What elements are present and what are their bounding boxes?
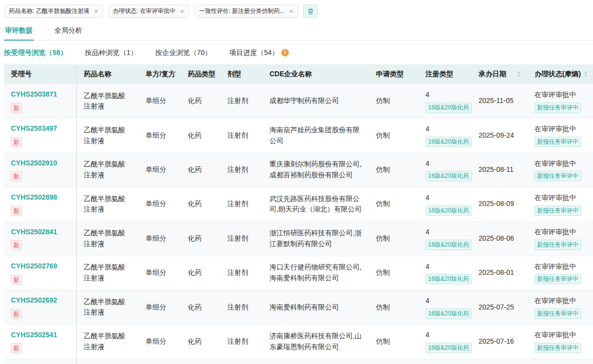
acceptance-no-link[interactable]: CYHS2502898 <box>11 192 69 203</box>
status-cell: 在审评审批中 新报任务审评中 <box>528 256 593 290</box>
filter-tag-label: 一致性评价: 新注册分类仿制药... <box>199 7 285 15</box>
registration-type-value: 4 <box>426 158 465 169</box>
new-badge: 新 <box>11 137 22 147</box>
status-badge: 新报任务审评中 <box>535 240 581 250</box>
sort-desc-icon[interactable]: ▼ <box>517 74 521 78</box>
subnav-by-acceptance-no[interactable]: 按受理号浏览（58） <box>4 48 67 57</box>
status-text: 在审评审批中 <box>535 227 586 238</box>
cde-company-cell: 武汉先路医药科技股份有限公司,朗天药业（湖北）有限公司 <box>263 187 369 221</box>
cde-company-cell: 济南康桥医药科技有限公司,山东豪瑞恩制药有限公司 <box>263 325 369 359</box>
registration-type-cell: 4 16版&20版化药 <box>419 153 472 187</box>
status-text: 在审评审批中 <box>535 193 586 204</box>
application-type-cell: 仿制 <box>369 187 419 221</box>
filter-tag-label: 药品名称: 乙酰半胱氨酸注射液 <box>9 7 90 15</box>
drug-type-cell: 化药 <box>181 118 220 153</box>
application-type-cell: 仿制 <box>369 325 419 359</box>
registration-type-badge: 16版&20版化药 <box>426 274 472 284</box>
main-tabs: 审评数据 全局分析 <box>0 21 593 41</box>
drug-type-cell: 化药 <box>181 187 220 221</box>
col-header-acceptance-no: 受理号 <box>4 64 77 84</box>
table-row: CYHS2502898 新 乙酰半胱氨酸注射液 单组分 化药 注射剂 武汉先路医… <box>4 187 593 221</box>
new-badge: 新 <box>11 206 22 216</box>
tab-review-data[interactable]: 审评数据 <box>4 21 34 40</box>
cde-company-cell: 四川天杏汇医药科技有限公司,成都天台山制药股份有限公司 <box>263 359 369 364</box>
clear-filters-button[interactable] <box>303 4 318 18</box>
close-icon[interactable]: × <box>94 8 98 15</box>
drug-type-cell: 化药 <box>181 359 220 364</box>
subnav-by-variety[interactable]: 按品种浏览（1） <box>85 48 138 57</box>
status-badge: 新报任务审评中 <box>535 103 581 113</box>
sort-icon[interactable]: ▲ ▼ <box>584 71 588 78</box>
cde-company-cell: 重庆康刻尔制药股份有限公司,成都百裕制药股份有限公司 <box>263 153 369 187</box>
registration-type-badge: 16版&20版化药 <box>426 309 472 319</box>
subnav-project-progress-label: 项目进度（54） <box>229 48 279 57</box>
sort-icon[interactable]: ▲ ▼ <box>517 71 521 78</box>
subnav-by-company[interactable]: 按企业浏览（70） <box>155 48 212 57</box>
application-type-cell: 仿制 <box>369 359 419 364</box>
info-icon[interactable]: i <box>281 49 289 56</box>
status-text: 在审评审批中 <box>535 158 586 169</box>
drug-name-cell: 乙酰半胱氨酸注射液 <box>77 84 139 118</box>
close-icon[interactable]: × <box>289 8 293 15</box>
col-header-status[interactable]: 办理状态(摩熵) ▲ ▼ <box>528 64 593 84</box>
status-badge: 新报任务审评中 <box>535 137 581 147</box>
close-icon[interactable]: × <box>180 8 184 15</box>
status-cell: 在审评审批中 新报任务审评中 <box>528 153 593 187</box>
acceptance-no-link[interactable]: CYHS2502769 <box>11 261 69 272</box>
status-cell: 在审评审批中 新报任务审评中 <box>528 290 593 324</box>
filter-tag: 一致性评价: 新注册分类仿制药... × <box>194 4 298 18</box>
drug-name-cell: 乙酰半胱氨酸注射液 <box>77 153 139 187</box>
col-header-handling-date[interactable]: 承办日期 ▲ ▼ <box>472 64 528 84</box>
review-data-table: 受理号 药品名称 单方/复方 药品类型 剂型 CDE企业名称 申请类型 注册类型… <box>4 64 593 364</box>
col-header-application-type: 申请类型 <box>369 64 419 84</box>
drug-name-cell: 乙酰半胱氨酸注射液 <box>77 256 139 290</box>
registration-type-value: 4 <box>426 90 465 101</box>
application-type-cell: 仿制 <box>369 118 419 153</box>
registration-type-value: 4 <box>426 261 465 272</box>
mono-compound-cell: 单组分 <box>139 84 181 118</box>
trash-icon <box>307 8 314 15</box>
acceptance-no-link[interactable]: CYHS2502910 <box>11 158 69 169</box>
mono-compound-cell: 单组分 <box>139 118 181 153</box>
registration-type-cell: 4 16版&20版化药 <box>419 84 472 118</box>
handling-date-cell: 2025-07-25 <box>472 290 528 324</box>
application-type-cell: 仿制 <box>369 153 419 187</box>
mono-compound-cell: 单组分 <box>139 153 181 187</box>
filter-tag-label: 办理状态: 在审评审批中 <box>113 7 176 15</box>
drug-type-cell: 化药 <box>181 290 220 324</box>
table-header: 受理号 药品名称 单方/复方 药品类型 剂型 CDE企业名称 申请类型 注册类型… <box>4 64 593 84</box>
mono-compound-cell: 单组分 <box>139 359 181 364</box>
handling-date-cell: 2025-07-16 <box>472 325 528 359</box>
filter-tag: 办理状态: 在审评审批中 × <box>108 4 189 18</box>
status-text: 在审评审批中 <box>535 261 586 272</box>
handling-date-cell: 2025-08-11 <box>472 153 528 187</box>
filter-tags: 药品名称: 乙酰半胱氨酸注射液 × 办理状态: 在审评审批中 × 一致性评价: … <box>4 4 298 18</box>
subnav-project-progress[interactable]: 项目进度（54） i <box>229 48 289 57</box>
cde-company-cell: 成都华宇制药有限公司 <box>263 84 369 118</box>
table-row: CYHS2503497 新 乙酰半胱氨酸注射液 单组分 化药 注射剂 海南葫芦娃… <box>4 118 593 153</box>
status-badge: 新报任务审评中 <box>535 343 581 353</box>
drug-type-cell: 化药 <box>181 84 220 118</box>
col-header-status-label: 办理状态(摩熵) <box>535 70 581 79</box>
mono-compound-cell: 单组分 <box>139 187 181 221</box>
application-type-cell: 仿制 <box>369 256 419 290</box>
registration-type-badge: 16版&20版化药 <box>426 240 472 250</box>
new-badge: 新 <box>11 103 22 113</box>
acceptance-no-link[interactable]: CYHS2502841 <box>11 227 69 238</box>
sort-desc-icon[interactable]: ▼ <box>584 74 588 78</box>
registration-type-value: 4 <box>426 227 465 238</box>
handling-date-cell: 2025-09-24 <box>472 118 528 153</box>
mono-compound-cell: 单组分 <box>139 256 181 290</box>
registration-type-badge: 16版&20版化药 <box>426 171 472 181</box>
tab-global-analysis[interactable]: 全局分析 <box>54 21 83 40</box>
acceptance-no-cell: CYHS2503497 新 <box>4 118 77 153</box>
acceptance-no-link[interactable]: CYHS2503497 <box>11 123 69 134</box>
acceptance-no-link[interactable]: CYHS2503871 <box>11 89 69 100</box>
application-type-cell: 仿制 <box>369 222 419 256</box>
acceptance-no-link[interactable]: CYHS2502692 <box>11 295 69 306</box>
handling-date-cell: 2025-08-09 <box>472 187 528 221</box>
acceptance-no-link[interactable]: CYHS2502541 <box>11 330 69 341</box>
table-row: CYHS2503871 新 乙酰半胱氨酸注射液 单组分 化药 注射剂 成都华宇制… <box>4 84 593 118</box>
registration-type-cell: 4 16版&20版化药 <box>419 325 472 359</box>
cde-company-cell: 海口天行健药物研究有限公司,海南爱科制药有限公司 <box>263 256 369 290</box>
